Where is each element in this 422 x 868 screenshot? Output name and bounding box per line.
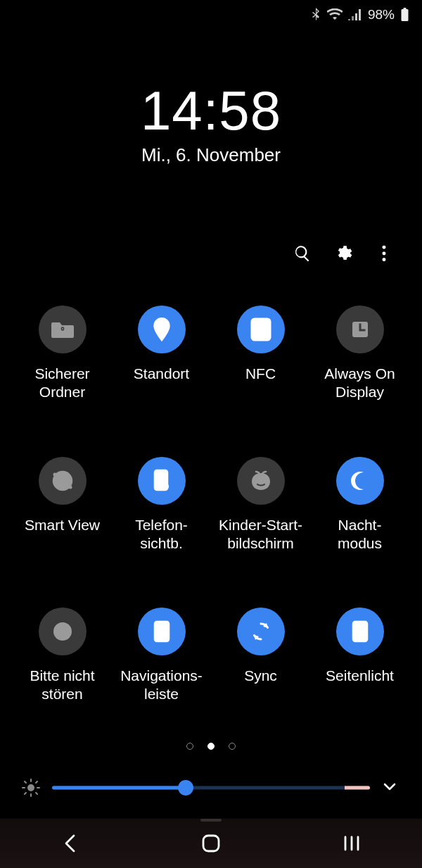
svg-point-25 [27, 784, 34, 791]
page-dot[interactable] [207, 743, 215, 750]
clock-date: Mi., 6. November [0, 144, 422, 166]
search-icon [293, 244, 312, 263]
navbar-icon [138, 608, 186, 655]
page-dot[interactable] [186, 743, 193, 750]
back-icon [63, 834, 78, 853]
expand-brightness-button[interactable] [381, 778, 401, 798]
svg-point-4 [383, 258, 386, 261]
svg-point-17 [263, 479, 266, 482]
tile-label: Smart View [25, 516, 100, 534]
svg-point-11 [53, 472, 56, 476]
back-button[interactable] [56, 829, 84, 857]
home-icon [200, 833, 222, 854]
svg-rect-0 [402, 9, 409, 21]
brightness-slider[interactable] [52, 779, 370, 796]
phone-visibility-icon [138, 457, 186, 505]
tile-edge-light[interactable]: Seitenlicht [310, 608, 409, 704]
signal-icon [348, 9, 362, 20]
slider-fill [52, 786, 186, 789]
battery-icon [400, 8, 409, 22]
tile-phone-visibility[interactable]: Telefon- sichtb. [112, 457, 211, 553]
brightness-row [0, 778, 422, 798]
system-navbar [0, 819, 422, 868]
pagination-dots[interactable] [0, 743, 422, 750]
tile-label: Kinder-Start- bildschirm [219, 516, 302, 553]
cast-icon [39, 457, 87, 505]
clock-icon [336, 306, 384, 353]
chevron-down-icon [381, 778, 398, 795]
gear-icon [334, 244, 352, 263]
tile-label: Bitte nicht stören [30, 667, 94, 704]
edge-light-icon [336, 608, 384, 655]
settings-button[interactable] [333, 244, 353, 263]
tile-location[interactable]: Standort [112, 306, 211, 402]
tile-dnd[interactable]: Bitte nicht stören [13, 608, 112, 704]
clock: 14:58 Mi., 6. November [0, 79, 422, 166]
svg-rect-6 [61, 327, 63, 330]
tile-label: Nacht- modus [338, 516, 382, 553]
sync-icon [237, 608, 285, 655]
slider-thumb[interactable] [178, 780, 193, 795]
tile-smart-view[interactable]: Smart View [13, 457, 112, 553]
battery-pct: 98% [368, 7, 395, 23]
tile-kids-home[interactable]: Kinder-Start- bildschirm [211, 457, 310, 553]
tile-label: Telefon- sichtb. [135, 516, 188, 553]
svg-point-7 [158, 322, 165, 329]
home-button[interactable] [197, 829, 225, 857]
moon-icon [336, 457, 384, 505]
tile-night-mode[interactable]: Nacht- modus [310, 457, 409, 553]
tile-label: Always On Display [324, 365, 395, 402]
tile-label: Navigations- leiste [120, 667, 203, 704]
svg-point-15 [164, 485, 167, 488]
svg-rect-26 [203, 836, 219, 851]
dnd-icon [39, 608, 87, 655]
tile-nfc[interactable]: NFC [211, 306, 310, 402]
svg-rect-1 [404, 8, 407, 10]
tile-sync[interactable]: Sync [211, 608, 310, 704]
recents-button[interactable] [338, 829, 366, 857]
tile-navbar-toggle[interactable]: Navigations- leiste [112, 608, 211, 704]
nfc-icon [237, 306, 285, 353]
tile-label: Sync [244, 667, 277, 685]
svg-point-21 [158, 637, 160, 639]
quick-settings-grid: Sicherer Ordner Standort NFC Always On D… [0, 306, 422, 704]
tile-secure-folder[interactable]: Sicherer Ordner [13, 306, 112, 402]
recents-icon [343, 835, 361, 852]
more-vert-icon [381, 244, 387, 263]
svg-point-22 [160, 637, 162, 639]
search-button[interactable] [293, 244, 312, 263]
tile-label: Seitenlicht [326, 667, 394, 685]
page-dot[interactable] [229, 743, 236, 750]
wifi-icon [327, 8, 343, 21]
svg-point-16 [256, 479, 259, 482]
status-bar: 98% [0, 0, 422, 30]
svg-rect-19 [58, 630, 68, 633]
panel-actions [0, 244, 422, 263]
clock-time: 14:58 [0, 79, 422, 143]
bluetooth-icon [310, 8, 321, 22]
svg-point-12 [68, 485, 72, 489]
more-button[interactable] [374, 244, 394, 263]
tile-aod[interactable]: Always On Display [310, 306, 409, 402]
svg-point-3 [383, 252, 386, 256]
tile-label: Standort [134, 365, 189, 383]
kid-face-icon [237, 457, 285, 505]
location-pin-icon [138, 306, 186, 353]
tile-label: NFC [245, 365, 276, 383]
folder-lock-icon [39, 306, 87, 353]
brightness-icon [21, 778, 41, 798]
tile-label: Sicherer Ordner [34, 365, 89, 402]
svg-point-2 [383, 246, 386, 249]
svg-point-23 [163, 637, 165, 639]
